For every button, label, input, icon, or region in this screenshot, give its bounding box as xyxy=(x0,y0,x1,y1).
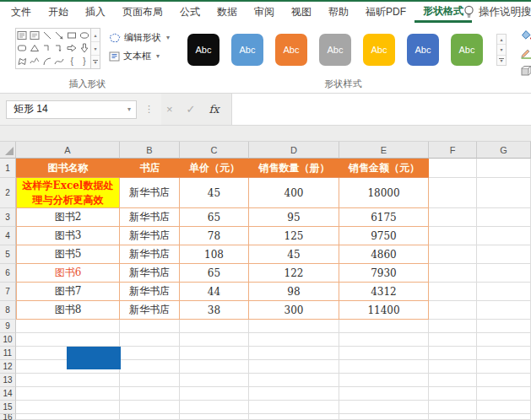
cell[interactable] xyxy=(339,347,429,360)
cell[interactable] xyxy=(477,347,531,360)
shape-style-blue-button[interactable]: Abc xyxy=(407,34,439,66)
row-header-2[interactable]: 2 xyxy=(0,178,16,208)
row-header-12[interactable]: 12 xyxy=(0,360,16,374)
cell[interactable] xyxy=(249,320,339,333)
cell[interactable] xyxy=(120,387,180,401)
cell[interactable] xyxy=(429,178,477,208)
tab-help[interactable]: 帮助 xyxy=(320,2,357,23)
cell[interactable] xyxy=(477,283,531,301)
cell[interactable]: 7930 xyxy=(339,264,429,283)
cell[interactable] xyxy=(180,387,249,401)
line-arrow-icon[interactable] xyxy=(53,29,66,42)
right-brace-icon[interactable]: } xyxy=(78,55,90,68)
cell[interactable]: 图书2 xyxy=(16,208,120,227)
header-cell-sales-amount[interactable]: 销售金额（元） xyxy=(339,159,429,178)
cell[interactable] xyxy=(180,414,249,420)
styles-scroll-down-button[interactable]: ▾ xyxy=(497,45,506,55)
row-header-6[interactable]: 6 xyxy=(0,264,16,283)
tab-view[interactable]: 视图 xyxy=(283,2,320,23)
shape-fill-button[interactable]: 形状填充 xyxy=(520,29,531,41)
cell[interactable] xyxy=(477,401,531,414)
scribble-icon[interactable] xyxy=(29,55,41,68)
header-cell-sales-qty[interactable]: 销售数量（册） xyxy=(249,159,339,178)
textbox-icon[interactable] xyxy=(16,29,29,42)
cell[interactable] xyxy=(339,414,429,420)
cell[interactable] xyxy=(120,374,180,387)
cell[interactable] xyxy=(429,360,477,374)
cell[interactable] xyxy=(120,333,180,347)
row-header-1[interactable]: 1 xyxy=(0,159,16,178)
cell[interactable]: 65 xyxy=(180,208,249,227)
cell[interactable] xyxy=(249,414,339,420)
gallery-scroll-down-button[interactable]: ▾ xyxy=(91,42,100,56)
cell[interactable] xyxy=(16,320,120,333)
cell[interactable] xyxy=(339,374,429,387)
cell[interactable]: 图书6 xyxy=(16,264,120,283)
tab-review[interactable]: 审阅 xyxy=(246,2,283,23)
cell[interactable] xyxy=(120,320,180,333)
triangle-icon[interactable] xyxy=(29,42,41,56)
cell[interactable] xyxy=(180,401,249,414)
cell[interactable] xyxy=(429,401,477,414)
row-header-9[interactable]: 9 xyxy=(0,320,16,333)
shape-style-green-button[interactable]: Abc xyxy=(451,34,483,66)
cell[interactable] xyxy=(429,333,477,347)
edit-shape-button[interactable]: 编辑形状 ▾ xyxy=(109,31,170,44)
tab-home[interactable]: 开始 xyxy=(40,2,77,23)
cell[interactable] xyxy=(339,320,429,333)
cell[interactable]: 44 xyxy=(180,283,249,301)
cell[interactable]: 新华书店 xyxy=(120,283,180,301)
cell[interactable]: 9750 xyxy=(339,227,429,245)
cell[interactable] xyxy=(339,333,429,347)
left-brace-icon[interactable]: { xyxy=(66,55,79,68)
header-cell-store[interactable]: 书店 xyxy=(120,159,180,178)
cell[interactable] xyxy=(429,347,477,360)
formula-bar-splitter[interactable]: ⋮ xyxy=(144,104,154,115)
cell[interactable] xyxy=(429,159,477,178)
column-header-g[interactable]: G xyxy=(477,142,531,159)
cell[interactable] xyxy=(429,208,477,227)
shape-style-gold-button[interactable]: Abc xyxy=(363,34,395,66)
row-header-7[interactable]: 7 xyxy=(0,283,16,301)
right-arrow-icon[interactable] xyxy=(66,42,79,56)
tab-data[interactable]: 数据 xyxy=(209,2,246,23)
styles-more-button[interactable]: ▾ xyxy=(497,56,506,65)
cell[interactable]: 图书8 xyxy=(16,301,120,320)
cell[interactable] xyxy=(477,227,531,245)
vertical-textbox-icon[interactable] xyxy=(29,29,41,42)
cell[interactable]: 45 xyxy=(180,178,249,208)
cell[interactable] xyxy=(477,178,531,208)
column-header-a[interactable]: A xyxy=(16,142,120,159)
shape-outline-button[interactable]: 形状轮廓 xyxy=(520,46,531,59)
cell[interactable]: 4860 xyxy=(339,245,429,264)
tab-formulas[interactable]: 公式 xyxy=(171,2,209,23)
cell[interactable]: 6175 xyxy=(339,208,429,227)
cell[interactable]: 图书5 xyxy=(16,245,120,264)
cell[interactable] xyxy=(180,347,249,360)
cell[interactable] xyxy=(249,347,339,360)
text-box-button[interactable]: 文本框 ▾ xyxy=(109,50,170,62)
cell[interactable]: 400 xyxy=(249,178,339,208)
row-header-15[interactable]: 15 xyxy=(0,401,16,414)
cell[interactable]: 98 xyxy=(249,283,339,301)
cell[interactable] xyxy=(339,360,429,374)
cell[interactable] xyxy=(120,347,180,360)
cell[interactable]: 11400 xyxy=(339,301,429,320)
cell[interactable] xyxy=(477,360,531,374)
cell[interactable] xyxy=(477,301,531,320)
cell[interactable] xyxy=(180,333,249,347)
cell[interactable] xyxy=(120,401,180,414)
cell[interactable] xyxy=(429,245,477,264)
shape-effects-button[interactable]: 形状效果 xyxy=(520,64,531,77)
cell[interactable] xyxy=(477,245,531,264)
cell[interactable] xyxy=(429,387,477,401)
cell[interactable] xyxy=(429,227,477,245)
cell[interactable] xyxy=(16,414,120,420)
gallery-more-button[interactable]: ▾ xyxy=(91,56,100,68)
styles-scroll-up-button[interactable]: ▴ xyxy=(497,35,506,45)
oval-icon[interactable] xyxy=(78,29,90,42)
cell[interactable]: 新华书店 xyxy=(120,227,180,245)
cell[interactable]: 122 xyxy=(249,264,339,283)
column-header-b[interactable]: B xyxy=(120,142,180,159)
gallery-scroll-up-button[interactable]: ▴ xyxy=(91,29,100,42)
